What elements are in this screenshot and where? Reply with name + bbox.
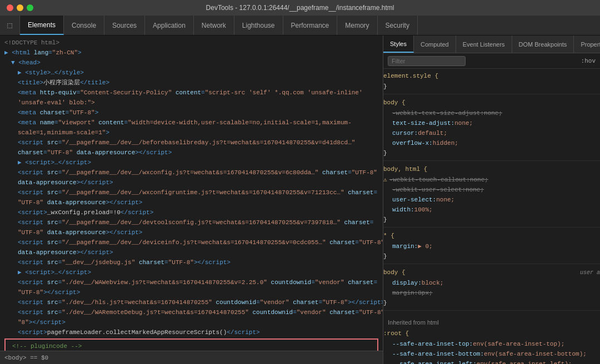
dom-panel: <!DOCTYPE html> ▶ <html lang="zh-CN"> ▼ …	[0, 36, 383, 364]
star-prop-margin: margin: ▶ 0;	[383, 241, 600, 251]
close-button[interactable]	[7, 4, 13, 11]
dom-meta-viewport[interactable]: <meta name="viewport" content="width=dev…	[0, 118, 383, 128]
dom-script1b: charset="UTF-8" data-appresource></scrip…	[0, 148, 383, 158]
dom-doctype: <!DOCTYPE html>	[0, 38, 383, 48]
dom-meta-charset[interactable]: <meta charset="UTF-8">	[0, 108, 383, 118]
inherited-label: Inherited from html	[383, 314, 600, 328]
dom-script7b: data-appresource></script>	[0, 247, 383, 257]
body-html-rule: body, html { ⚠-webkit-touch-callout: non…	[383, 164, 600, 228]
tab-application[interactable]: Application	[145, 16, 194, 35]
styles-tabbar: Styles Computed Event Listeners DOM Brea…	[383, 36, 600, 53]
dom-script10[interactable]: <script src="./dev__/WAWebview.js?t=wech…	[0, 277, 383, 287]
body-ua-prop2: margin: 8px;	[383, 288, 600, 298]
main-tabbar: ⬚ Elements Console Sources Application N…	[0, 16, 600, 36]
main-layout: <!DOCTYPE html> ▶ <html lang="zh-CN"> ▼ …	[0, 36, 600, 364]
dom-head[interactable]: ▼ <head>	[0, 58, 383, 68]
root1-prop1: --safe-area-inset-top: env(safe-area-ins…	[383, 339, 600, 349]
breadcrumb-path: <body> == $0	[4, 355, 48, 361]
body-selector: body {	[383, 98, 600, 108]
dom-script9[interactable]: ▶ <script>…</script>	[0, 267, 383, 277]
dom-script4[interactable]: <script src="/__pageframe__/dev__/wxconf…	[0, 188, 383, 198]
dom-script12[interactable]: <script src="./dev__/WARemoteDebug.js?t=…	[0, 307, 383, 317]
body-prop-text-size: text-size-adjust: none;	[383, 118, 600, 128]
traffic-lights	[0, 4, 33, 11]
dom-script3b: data-appresource></script>	[0, 178, 383, 188]
tab-computed[interactable]: Computed	[414, 36, 456, 53]
element-style-close: }	[383, 82, 600, 92]
body-html-prop4: width: 100%;	[383, 205, 600, 215]
body-ua-prop1: display: block;	[383, 278, 600, 288]
tab-lighthouse[interactable]: Lighthouse	[234, 16, 283, 35]
filter-input[interactable]	[388, 56, 466, 66]
root1-selector: :root {	[383, 328, 600, 338]
styles-panel: Styles Computed Event Listeners DOM Brea…	[383, 36, 600, 364]
body-prop-overflow: overflow-x: hidden;	[383, 138, 600, 148]
dom-script11[interactable]: <script src="./dev__/hls.js?t=wechat&s=1…	[0, 297, 383, 307]
dom-script8[interactable]: <script src="__dev__/jsdebug.js" charset…	[0, 257, 383, 267]
dom-script2[interactable]: ▶ <script>…</script>	[0, 158, 383, 168]
body-rule: body { -webkit-text-size-adjust: none; t…	[383, 98, 600, 161]
filter-hint: :hov	[581, 58, 596, 64]
element-style-rule: element.style { }	[383, 71, 600, 94]
tab-console[interactable]: Console	[64, 16, 104, 35]
dom-meta-csp2: 'unsafe-eval' blob:">	[0, 98, 383, 108]
root-rule1: :root { --safe-area-inset-top: env(safe-…	[383, 328, 600, 364]
body-ua-rule: body { user a display: block; margin: 8p…	[383, 267, 600, 311]
body-html-prop2: -webkit-user-select: none;	[383, 185, 600, 195]
dom-script6b: "UTF-8" data-appresource></script>	[0, 228, 383, 237]
body-ua-selector-line: body { user a	[383, 267, 600, 278]
dom-style[interactable]: ▶ <style>…</style>	[0, 68, 383, 78]
tab-sources[interactable]: Sources	[104, 16, 145, 35]
titlebar: DevTools - 127.0.0.1:26444/__pageframe__…	[0, 0, 600, 16]
root1-prop2: --safe-area-inset-bottom: env(safe-area-…	[383, 349, 600, 359]
styles-content[interactable]: element.style { } body { -webkit-text-si…	[383, 69, 600, 364]
body-prop-webkit-text: -webkit-text-size-adjust: none;	[383, 108, 600, 118]
inspect-icon[interactable]: ⬚	[0, 16, 20, 35]
dom-script1[interactable]: <script src="/__pageframe__/dev__/before…	[0, 138, 383, 148]
comment-block: <!-- plugincode --> <!-- extendedlib -->…	[4, 338, 378, 351]
minimize-button[interactable]	[17, 4, 23, 11]
tab-dom-breakpoints[interactable]: DOM Breakpoints	[512, 36, 574, 53]
dom-script5[interactable]: <script>_wxConfig.preload=!0</script>	[0, 208, 383, 218]
body-ua-selector: body {	[383, 267, 580, 277]
window-title: DevTools - 127.0.0.1:26444/__pageframe__…	[206, 4, 394, 12]
user-agent-label: user a	[580, 268, 600, 278]
star-rule: * { margin: ▶ 0; }	[383, 231, 600, 264]
warning-icon: ⚠	[383, 175, 387, 185]
star-selector: * {	[383, 231, 600, 241]
dom-title[interactable]: <title>小程序渲染层</title>	[0, 78, 383, 88]
maximize-button[interactable]	[27, 4, 33, 11]
dom-script3[interactable]: <script src="/__pageframe__/dev__/wxconf…	[0, 168, 383, 178]
tab-network[interactable]: Network	[194, 16, 234, 35]
tab-performance[interactable]: Performance	[283, 16, 338, 35]
body-html-close: }	[383, 215, 600, 225]
tab-memory[interactable]: Memory	[337, 16, 377, 35]
dom-html[interactable]: ▶ <html lang="zh-CN">	[0, 48, 383, 58]
body-prop-cursor: cursor: default;	[383, 128, 600, 138]
comment-plugincode: <!-- plugincode -->	[8, 341, 375, 351]
root1-prop3: --safe-area-inset-left: env(safe-area-in…	[383, 359, 600, 364]
tab-elements[interactable]: Elements	[20, 16, 64, 35]
tab-styles[interactable]: Styles	[383, 36, 414, 53]
body-rule-close: }	[383, 148, 600, 158]
filter-bar: :hov	[383, 53, 600, 69]
body-html-prop3: user-select: none;	[383, 195, 600, 205]
dom-script-loader[interactable]: <script>pageframeLoader.collectMarkedApp…	[0, 327, 383, 337]
body-html-prop1: ⚠-webkit-touch-callout: none;	[383, 175, 600, 185]
star-close: }	[383, 251, 600, 261]
body-ua-close: }	[383, 298, 600, 308]
tab-event-listeners[interactable]: Event Listeners	[456, 36, 512, 53]
dom-script10b: "UTF-8"></script>	[0, 287, 383, 297]
dom-script4b: "UTF-8" data-appresource></script>	[0, 198, 383, 208]
dom-tree[interactable]: <!DOCTYPE html> ▶ <html lang="zh-CN"> ▼ …	[0, 36, 383, 351]
dom-script12b: "8"></script>	[0, 317, 383, 327]
dom-meta-csp[interactable]: <meta http-equiv="Content-Security-Polic…	[0, 88, 383, 98]
element-style-selector: element.style {	[383, 71, 600, 81]
body-html-selector: body, html {	[383, 164, 600, 174]
dom-script6[interactable]: <script src="/__pageframe__/dev__/devtoo…	[0, 218, 383, 228]
dom-meta-viewport2: scale=1,minimum-scale=1">	[0, 128, 383, 138]
breadcrumb-bar: <body> == $0	[0, 351, 383, 364]
tab-properties[interactable]: Properties	[574, 36, 600, 53]
tab-security[interactable]: Security	[378, 16, 418, 35]
dom-script7[interactable]: <script src="/__pageframe__/dev__/device…	[0, 237, 383, 247]
